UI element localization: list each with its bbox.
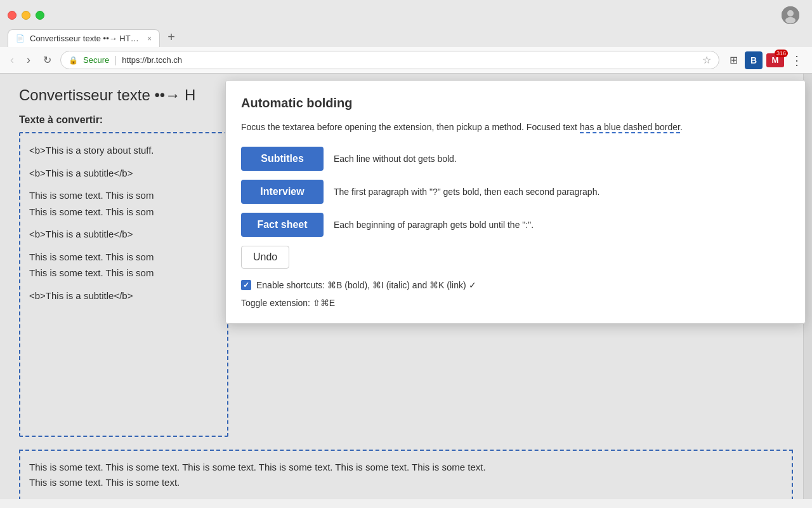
user-avatar[interactable] <box>782 6 799 24</box>
gmail-extension-button[interactable]: M 316 <box>766 53 784 67</box>
traffic-light-red[interactable] <box>8 11 16 20</box>
undo-button[interactable]: Undo <box>241 246 289 269</box>
secure-label: Secure <box>83 55 109 65</box>
popup-description: Focus the textarea before opening the ex… <box>241 121 790 134</box>
traffic-light-green[interactable] <box>36 11 44 20</box>
interview-row: Interview The first paragraph with "?" g… <box>241 180 790 204</box>
shortcuts-row: ✓ Enable shortcuts: ⌘B (bold), ⌘I (itali… <box>241 280 790 290</box>
tab-title: Convertisseur texte ••→ HTML p <box>30 34 142 43</box>
user-icon <box>782 6 799 24</box>
popup-desc-highlight: has a blue dashed border <box>580 122 680 133</box>
new-tab-button[interactable]: + <box>162 28 180 46</box>
popup-desc-end: . <box>680 122 683 132</box>
browser-tab[interactable]: 📄 Convertisseur texte ••→ HTML p × <box>8 29 160 47</box>
factsheet-description: Each beginning of paragraph gets bold un… <box>334 220 534 230</box>
checkbox-check-icon: ✓ <box>243 281 249 290</box>
traffic-light-yellow[interactable] <box>22 11 30 20</box>
bookmark-button[interactable]: ☆ <box>702 54 711 66</box>
tab-icon: 📄 <box>16 34 25 43</box>
subtitles-description: Each line without dot gets bold. <box>334 154 457 164</box>
subtitles-row: Subtitles Each line without dot gets bol… <box>241 147 790 171</box>
toggle-label: Toggle extension: ⇧⌘E <box>241 298 335 308</box>
popup-panel: Automatic bolding Focus the textarea bef… <box>225 80 806 324</box>
popup-title: Automatic bolding <box>241 96 790 110</box>
bold-extension-button[interactable]: B <box>745 51 763 69</box>
secure-icon: 🔒 <box>69 56 78 65</box>
tab-close-button[interactable]: × <box>147 34 152 43</box>
toggle-row: Toggle extension: ⇧⌘E <box>241 298 790 308</box>
browser-menu-button[interactable]: ⋮ <box>788 51 806 69</box>
svg-point-2 <box>785 17 796 23</box>
factsheet-button[interactable]: Fact sheet <box>241 213 324 237</box>
subtitles-button[interactable]: Subtitles <box>241 147 324 171</box>
interview-button[interactable]: Interview <box>241 180 324 204</box>
shortcuts-label: Enable shortcuts: ⌘B (bold), ⌘I (italic)… <box>256 280 476 290</box>
address-bar[interactable]: 🔒 Secure | https://br.tcch.ch ☆ <box>60 51 719 69</box>
svg-point-1 <box>787 10 794 17</box>
gmail-badge: 316 <box>775 50 788 57</box>
url-text: https://br.tcch.ch <box>122 55 697 65</box>
forward-button[interactable]: › <box>23 52 34 68</box>
factsheet-row: Fact sheet Each beginning of paragraph g… <box>241 213 790 237</box>
url-divider: | <box>114 55 117 66</box>
reload-button[interactable]: ↻ <box>39 53 55 67</box>
interview-description: The first paragraph with "?" gets bold, … <box>334 187 599 197</box>
popup-desc-start: Focus the textarea before opening the ex… <box>241 122 577 132</box>
extension-button-1[interactable]: ⊞ <box>724 51 742 69</box>
shortcuts-checkbox[interactable]: ✓ <box>241 280 251 290</box>
back-button[interactable]: ‹ <box>6 52 18 68</box>
